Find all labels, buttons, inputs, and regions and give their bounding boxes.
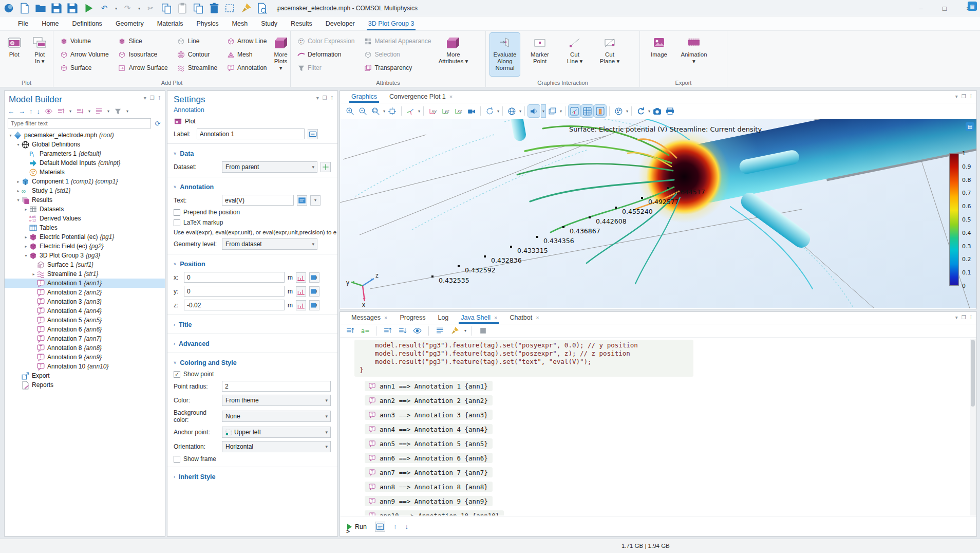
redo-icon[interactable]: ↷ [122, 3, 133, 14]
view-yz-icon[interactable]: yz [440, 105, 451, 117]
transparency-icon-dropdown[interactable]: ▾ [560, 109, 562, 114]
collapse-icon[interactable]: ▾ [15, 142, 21, 147]
tree-item-default-model-inputs[interactable]: Default Model Inputs{cminpt} [5, 158, 165, 168]
canvas-settings-icon[interactable]: ▤ [966, 122, 974, 131]
run-button[interactable]: Run [347, 523, 367, 530]
show-frame-checkbox[interactable] [174, 456, 180, 463]
tab-chatbot[interactable]: Chatbot× [504, 312, 544, 324]
z-expression-icon[interactable] [309, 300, 319, 310]
expand-icon[interactable]: ▸ [15, 179, 21, 184]
cut-plane-button[interactable]: Cut Plane ▾ [595, 33, 625, 76]
speaker-icon-dropdown[interactable]: ▾ [541, 105, 545, 117]
comsol-logo-icon[interactable] [3, 3, 14, 14]
section-coloring[interactable]: ˅Coloring and Style [167, 356, 337, 369]
expand-icon[interactable]: ▸ [15, 189, 21, 193]
select-box-icon[interactable] [224, 3, 236, 14]
tree-item-derived-values[interactable]: 8.85e-12Derived Values [5, 214, 165, 223]
panel-float-icon[interactable]: ❐ [962, 94, 966, 99]
tab-convergence-plot-1[interactable]: Convergence Plot 1× [384, 91, 458, 103]
rotate-icon-dropdown[interactable]: ▾ [497, 109, 499, 114]
clear-console-icon[interactable] [449, 325, 461, 337]
deformation-button[interactable]: Deformation [295, 48, 356, 61]
model-tree-node-text-icon-dropdown[interactable]: ▾ [107, 109, 109, 114]
open-file-icon[interactable] [35, 3, 46, 14]
arrow-surface-button[interactable]: Arrow Surface [116, 62, 170, 74]
tree-item-surface-1[interactable]: Surface 1{surf1} [5, 260, 165, 269]
search-document-icon[interactable] [256, 3, 268, 14]
show-point-checkbox[interactable]: ✓ [174, 371, 180, 378]
zoom-in-icon[interactable] [344, 105, 356, 117]
tree-item-annotation-4[interactable]: TAnnotation 4{ann4} [5, 306, 165, 316]
perspective-camera-icon[interactable] [465, 105, 477, 117]
tree-item-annotation-1[interactable]: TAnnotation 1{ann1} [5, 279, 165, 288]
scroll-to-bottom-icon[interactable] [397, 325, 408, 337]
tab-log[interactable]: Log [432, 312, 454, 324]
panel-menu-icon[interactable]: ▾ [955, 94, 958, 99]
expand-all-icon[interactable] [56, 107, 65, 115]
cut-icon[interactable]: ✂ [145, 3, 156, 14]
show-axes-icon[interactable] [569, 105, 580, 117]
close-icon[interactable]: × [384, 315, 387, 321]
undo-icon[interactable]: ↶ [99, 3, 110, 14]
point-radius-input[interactable] [222, 381, 331, 392]
section-position[interactable]: ˅Position [167, 257, 337, 270]
go-to-default-view-icon[interactable] [405, 105, 417, 117]
range-icon[interactable] [296, 300, 306, 310]
annotation-text-input[interactable] [222, 195, 294, 206]
cut-line-button[interactable]: Cut Line ▾ [560, 33, 590, 76]
color-theme-icon-dropdown[interactable]: ▾ [626, 109, 628, 114]
rotate-icon[interactable] [484, 105, 496, 117]
panel-menu-icon[interactable]: ▾ [316, 95, 319, 101]
tree-item-global-definitions[interactable]: ▾Global Definitions [5, 140, 165, 149]
more-attributes-button[interactable]: More Attributes ▾ [438, 33, 468, 76]
tree-item-annotation-6[interactable]: TAnnotation 6{ann6} [5, 325, 165, 334]
tree-item-annotation-3[interactable]: TAnnotation 3{ann3} [5, 297, 165, 306]
latex-markup-checkbox[interactable] [174, 219, 180, 226]
tab-java-shell[interactable]: Java Shell× [456, 312, 502, 324]
surface-button[interactable]: Surface [58, 62, 111, 74]
line-button[interactable]: Line [175, 35, 219, 47]
label-field[interactable] [197, 128, 305, 139]
tree-item-study-1[interactable]: ▸∞Study 1{std1} [5, 186, 165, 195]
dataset-edit-icon[interactable] [321, 162, 331, 172]
y-expression-icon[interactable] [309, 286, 319, 297]
tree-item-annotation-8[interactable]: TAnnotation 8{ann8} [5, 343, 165, 353]
speaker-icon[interactable] [528, 105, 540, 117]
collapse-icon[interactable]: ▾ [8, 133, 13, 138]
plot-button[interactable]: Plot [185, 118, 196, 125]
tree-item-annotation-10[interactable]: TAnnotation 10{ann10} [5, 362, 165, 371]
x-expression-icon[interactable] [309, 272, 319, 283]
tab-3d-plot-group-3[interactable]: 3D Plot Group 3 [362, 18, 421, 30]
redo-icon-dropdown[interactable]: ▾ [138, 6, 140, 11]
mesh-button[interactable]: Mesh [224, 48, 269, 61]
new-file-icon[interactable] [19, 3, 30, 14]
view-xy-icon[interactable]: xy [427, 105, 439, 117]
plot-in-button[interactable]: Plot In ▾ [30, 33, 50, 76]
show-grid-icon[interactable] [581, 105, 593, 117]
marker-point-button[interactable]: Marker Point [525, 33, 555, 76]
panel-pin-icon[interactable]: ⊺ [331, 95, 333, 101]
filter-tree-icon-dropdown[interactable]: ▾ [126, 109, 128, 114]
range-icon[interactable] [296, 286, 306, 297]
tree-filter-input[interactable] [8, 118, 151, 128]
tree-item-annotation-2[interactable]: TAnnotation 2{ann2} [5, 288, 165, 297]
section-annotation[interactable]: ˅Annotation [167, 180, 337, 193]
graphics-canvas[interactable]: Surface: Electric potential (V) Streamli… [340, 119, 976, 308]
image-button[interactable]: Image [644, 33, 674, 76]
run-icon[interactable] [83, 3, 94, 14]
arrow-volume-button[interactable]: Arrow Volume [58, 48, 111, 61]
section-advanced[interactable]: ›Advanced [167, 337, 337, 350]
panel-pin-icon[interactable]: ⊺ [970, 94, 972, 99]
line-list-icon[interactable] [434, 325, 446, 337]
plot-update-icon[interactable] [635, 105, 647, 117]
console-scrollbar[interactable] [970, 339, 976, 515]
background-color-select[interactable]: None [222, 411, 331, 422]
refresh-icon[interactable]: ⟳ [154, 119, 162, 127]
show-legend-icon[interactable] [594, 105, 606, 117]
tree-item-export[interactable]: Export [5, 371, 165, 380]
insert-in-method-icon[interactable] [344, 325, 356, 337]
tree-item-3d-plot-group-3[interactable]: ▾3D Plot Group 3{pg3} [5, 251, 165, 260]
dataset-select[interactable]: From parent [222, 161, 317, 173]
zoom-extents-icon[interactable] [386, 105, 398, 117]
rename-icon[interactable] [308, 129, 318, 139]
